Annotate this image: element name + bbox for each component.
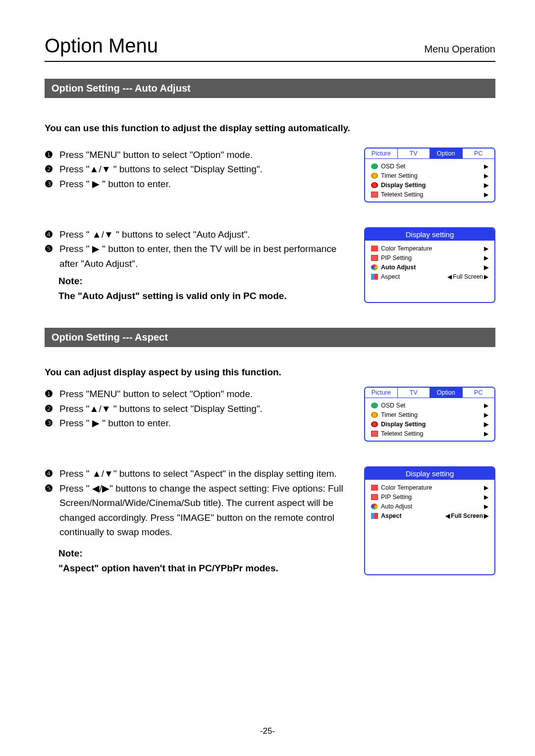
aspect-icon: [371, 513, 378, 519]
osd-tab-tv: TV: [398, 388, 430, 398]
osd-tab-option: Option: [430, 388, 463, 398]
osd-submenu-title: Display setting: [365, 228, 494, 241]
osd-item-label: PIP Setting: [381, 494, 481, 501]
osd-item-label: Display Setting: [381, 421, 481, 428]
chevron-right-icon: ▶: [484, 264, 488, 271]
clock-icon: [371, 173, 378, 179]
chevron-right-icon: ▶: [484, 421, 488, 428]
osd-item-label: Auto Adjust: [381, 264, 481, 271]
osd-item-value: ◀Full Screen▶: [447, 273, 488, 280]
step-text: Press " ◀/▶" buttons to change the aspec…: [59, 481, 347, 540]
chevron-right-icon: ▶: [484, 245, 488, 252]
pip-icon: [371, 255, 378, 261]
step-text: Press "▲/▼ " buttons to select "Display …: [59, 162, 263, 176]
display-icon: [371, 485, 378, 491]
page-number: -25-: [0, 726, 535, 736]
display-icon: [371, 246, 378, 252]
osd-tab-option: Option: [430, 149, 463, 158]
chevron-right-icon: ▶: [484, 163, 488, 170]
osd-submenu-title: Display setting: [365, 467, 494, 480]
step-text: Press "MENU" button to select "Option" m…: [59, 387, 253, 401]
chevron-left-icon: ◀: [445, 512, 450, 519]
note-text: The "Auto Adjust" setting is valid only …: [45, 289, 347, 303]
aspect-icon: [371, 274, 378, 280]
steps-block: ❹Press " ▲/▼" buttons to select "Aspect"…: [45, 466, 347, 575]
note-text: "Aspect" option haven't that in PC/YPbPr…: [45, 561, 347, 575]
chevron-right-icon: ▶: [484, 273, 488, 280]
page-subtitle: Menu Operation: [425, 44, 495, 55]
osd-item: OSD Set▶: [369, 161, 490, 171]
osd-value-text: Full Screen: [451, 512, 483, 519]
osd-item-label: PIP Setting: [381, 254, 481, 261]
chevron-right-icon: ▶: [484, 484, 488, 491]
step-item: ❹Press " ▲/▼" buttons to select "Aspect"…: [45, 466, 347, 481]
globe-icon: [371, 421, 378, 427]
section-heading-auto-adjust: Option Setting --- Auto Adjust: [45, 79, 495, 98]
osd-item: Color Temperature▶: [369, 244, 490, 253]
teletext-icon: [371, 192, 378, 198]
osd-item: OSD Set▶: [369, 401, 490, 410]
osd-item-label: OSD Set: [381, 163, 481, 170]
step-item: ❺Press " ◀/▶" buttons to change the aspe…: [45, 481, 347, 540]
osd-item-label: Color Temperature: [381, 484, 481, 491]
auto-adjust-icon: [371, 264, 378, 270]
auto-adjust-icon: [371, 504, 378, 509]
step-text: Press "▲/▼ " buttons to select "Display …: [59, 402, 263, 416]
osd-item: Teletext Setting▶: [369, 429, 490, 438]
osd-item-label: Display Setting: [381, 182, 481, 189]
steps-block: ❹Press " ▲/▼ " buttons to select "Auto A…: [45, 227, 347, 303]
gear-icon: [371, 403, 378, 408]
chevron-right-icon: ▶: [484, 503, 488, 510]
chevron-right-icon: ▶: [484, 172, 488, 179]
osd-item-label: Timer Setting: [381, 172, 481, 179]
osd-submenu-display-setting: Display setting Color Temperature▶ PIP S…: [364, 466, 495, 575]
osd-item: Auto Adjust▶: [369, 502, 490, 511]
osd-item-label: Aspect: [381, 512, 442, 519]
osd-tab-tv: TV: [398, 149, 430, 158]
osd-item-label: Color Temperature: [381, 245, 481, 252]
osd-item: Timer Setting▶: [369, 410, 490, 419]
chevron-left-icon: ◀: [447, 273, 452, 280]
osd-tab-pc: PC: [463, 149, 495, 158]
step-item: ❷Press "▲/▼ " buttons to select "Display…: [45, 402, 347, 416]
step-item: ❶Press "MENU" button to select "Option" …: [45, 387, 347, 401]
chevron-right-icon: ▶: [484, 191, 488, 198]
step-text: Press " ▶ " button to enter.: [59, 416, 171, 430]
osd-tab-picture: Picture: [365, 149, 398, 158]
section-intro: You can use this function to adjust the …: [45, 123, 495, 134]
osd-item-label: Teletext Setting: [381, 191, 481, 198]
osd-item: Aspect◀Full Screen▶: [369, 272, 490, 281]
section-intro: You can adjust display aspect by using t…: [45, 367, 495, 378]
step-item: ❸Press " ▶ " button to enter.: [45, 177, 347, 191]
osd-item: PIP Setting▶: [369, 492, 490, 502]
step-item: ❶Press "MENU" button to select "Option" …: [45, 148, 347, 162]
osd-tab-pc: PC: [463, 388, 495, 398]
osd-main-menu: Picture TV Option PC OSD Set▶ Timer Sett…: [364, 387, 495, 442]
osd-item-label: Teletext Setting: [381, 430, 481, 437]
osd-item: Color Temperature▶: [369, 483, 490, 492]
step-text: Press " ▲/▼" buttons to select "Aspect" …: [59, 466, 337, 481]
teletext-icon: [371, 431, 378, 437]
globe-icon: [371, 182, 378, 188]
osd-main-menu: Picture TV Option PC OSD Set▶ Timer Sett…: [364, 148, 495, 202]
osd-item: PIP Setting▶: [369, 253, 490, 262]
step-item: ❷Press "▲/▼ " buttons to select "Display…: [45, 162, 347, 176]
step-item: ❸Press " ▶ " button to enter.: [45, 416, 347, 430]
page-title: Option Menu: [45, 35, 158, 57]
osd-submenu-display-setting: Display setting Color Temperature▶ PIP S…: [364, 227, 495, 303]
gear-icon: [371, 163, 378, 169]
step-text: Press "MENU" button to select "Option" m…: [59, 148, 253, 162]
osd-item: Teletext Setting▶: [369, 190, 490, 199]
chevron-right-icon: ▶: [484, 182, 488, 189]
clock-icon: [371, 412, 378, 418]
steps-block: ❶Press "MENU" button to select "Option" …: [45, 387, 347, 442]
osd-tab-picture: Picture: [365, 388, 398, 398]
note-label: Note:: [45, 274, 347, 288]
chevron-right-icon: ▶: [484, 402, 488, 409]
steps-block: ❶Press "MENU" button to select "Option" …: [45, 148, 347, 202]
osd-item: Display Setting▶: [369, 419, 490, 429]
chevron-right-icon: ▶: [484, 494, 488, 501]
chevron-right-icon: ▶: [484, 254, 488, 261]
osd-item: Timer Setting▶: [369, 171, 490, 180]
osd-item-label: OSD Set: [381, 402, 481, 409]
